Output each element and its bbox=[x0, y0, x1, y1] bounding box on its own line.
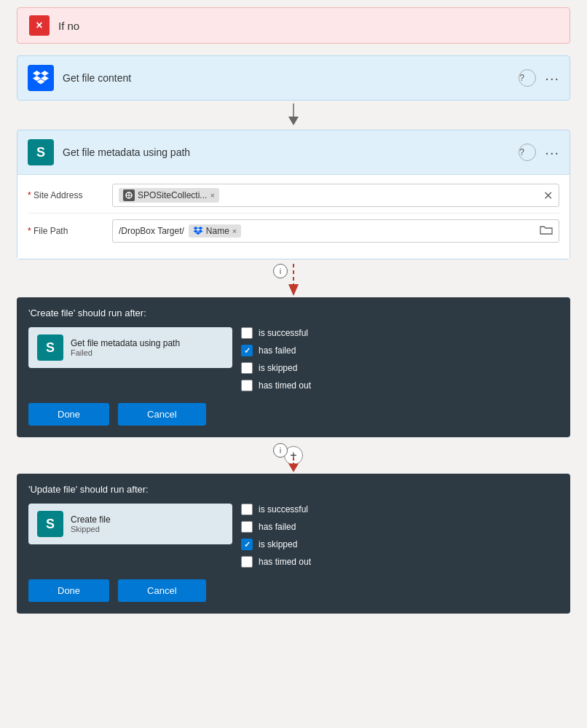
step-status-1: Failed bbox=[71, 348, 224, 357]
card-actions: ? ··· bbox=[519, 69, 559, 87]
get-file-content-card: Get file content ? ··· bbox=[17, 55, 570, 101]
more-options-button-2[interactable]: ··· bbox=[545, 144, 559, 161]
dashed-arrow-1: i bbox=[17, 259, 570, 297]
step-name-2: Create file bbox=[71, 514, 224, 525]
run-after-title-1: 'Create file' should run after: bbox=[28, 308, 559, 318]
info-badge-2: i bbox=[273, 443, 288, 458]
run-after-panel-2: 'Update file' should run after: S Create… bbox=[17, 474, 570, 614]
checkbox-successful-1[interactable] bbox=[241, 327, 253, 339]
run-after-buttons-2: Done Cancel bbox=[28, 579, 559, 602]
run-after-content-1: S Get file metadata using path Failed is… bbox=[28, 327, 559, 391]
get-file-content-title: Get file content bbox=[63, 72, 510, 84]
run-after-panel-1: 'Create file' should run after: S Get fi… bbox=[17, 297, 570, 437]
file-path-tag-close[interactable]: × bbox=[232, 227, 237, 235]
svg-marker-0 bbox=[33, 71, 41, 76]
close-button[interactable]: × bbox=[29, 15, 50, 36]
file-path-row: File Path /DropBox Target/ Name bbox=[28, 214, 559, 248]
site-address-label: Site Address bbox=[28, 190, 101, 200]
option-label-failed-2: has failed bbox=[259, 522, 296, 532]
step-status-2: Skipped bbox=[71, 525, 224, 533]
site-address-row: Site Address SPOSiteCollecti... × ✕ bbox=[28, 178, 559, 214]
site-address-clear[interactable]: ✕ bbox=[543, 189, 553, 203]
step-info-1: Get file metadata using path Failed bbox=[71, 338, 224, 357]
help-button[interactable]: ? bbox=[519, 69, 536, 87]
svg-marker-11 bbox=[198, 227, 203, 230]
option-label-failed-1: has failed bbox=[259, 345, 296, 356]
svg-marker-6 bbox=[288, 117, 299, 125]
checkbox-timedout-1[interactable] bbox=[241, 380, 253, 391]
option-row-skipped-2: is skipped bbox=[241, 539, 559, 550]
option-label-timedout-1: has timed out bbox=[259, 380, 311, 391]
step-info-2: Create file Skipped bbox=[71, 514, 224, 533]
checkbox-failed-2[interactable] bbox=[241, 521, 253, 533]
cancel-button-2[interactable]: Cancel bbox=[118, 579, 205, 602]
site-address-input[interactable]: SPOSiteCollecti... × ✕ bbox=[112, 184, 559, 207]
checkbox-timedout-2[interactable] bbox=[241, 556, 253, 568]
checkbox-skipped-2[interactable] bbox=[241, 539, 253, 550]
file-path-input[interactable]: /DropBox Target/ Name × bbox=[112, 219, 559, 243]
site-address-tag: SPOSiteCollecti... × bbox=[119, 188, 219, 203]
option-label-timedout-2: has timed out bbox=[259, 557, 311, 567]
checkbox-successful-2[interactable] bbox=[241, 504, 253, 515]
run-after-options-2: is successful has failed is skipped has … bbox=[241, 504, 559, 568]
option-row-successful-1: is successful bbox=[241, 327, 559, 339]
svg-marker-1 bbox=[41, 71, 49, 76]
if-no-header: × If no bbox=[17, 7, 570, 44]
dropbox-icon bbox=[28, 65, 54, 91]
step-name-1: Get file metadata using path bbox=[71, 338, 224, 348]
option-row-failed-2: has failed bbox=[241, 521, 559, 533]
option-row-failed-1: has failed bbox=[241, 345, 559, 356]
site-address-tag-close[interactable]: × bbox=[210, 191, 214, 200]
file-path-tag: Name × bbox=[189, 224, 241, 238]
option-label-successful-1: is successful bbox=[259, 328, 308, 338]
sharepoint-icon: S bbox=[28, 139, 54, 165]
get-file-metadata-card: S Get file metadata using path ? ··· Sit… bbox=[17, 130, 570, 259]
svg-marker-10 bbox=[193, 227, 198, 230]
run-after-options-1: is successful has failed is skipped has … bbox=[241, 327, 559, 391]
run-after-step-1: S Get file metadata using path Failed bbox=[28, 327, 232, 368]
help-button-2[interactable]: ? bbox=[519, 144, 536, 161]
get-file-metadata-title: Get file metadata using path bbox=[63, 146, 510, 158]
file-path-label: File Path bbox=[28, 226, 101, 236]
arrow-down-1 bbox=[17, 101, 570, 130]
svg-marker-18 bbox=[288, 463, 299, 472]
info-badge-1: i bbox=[273, 264, 288, 278]
cancel-button-1[interactable]: Cancel bbox=[118, 403, 205, 426]
run-after-buttons-1: Done Cancel bbox=[28, 403, 559, 426]
option-label-successful-2: is successful bbox=[259, 504, 308, 514]
if-no-title: If no bbox=[58, 20, 79, 32]
more-options-button[interactable]: ··· bbox=[545, 70, 559, 87]
card-fields: Site Address SPOSiteCollecti... × ✕ File… bbox=[17, 174, 570, 259]
folder-icon[interactable] bbox=[540, 225, 553, 238]
option-row-skipped-1: is skipped bbox=[241, 362, 559, 374]
file-path-prefix: /DropBox Target/ bbox=[119, 226, 184, 236]
checkbox-skipped-1[interactable] bbox=[241, 362, 253, 374]
option-label-skipped-2: is skipped bbox=[259, 539, 297, 549]
done-button-2[interactable]: Done bbox=[28, 579, 109, 602]
option-row-timedout-1: has timed out bbox=[241, 380, 559, 391]
option-label-skipped-1: is skipped bbox=[259, 363, 297, 373]
done-button-1[interactable]: Done bbox=[28, 403, 109, 426]
step-icon-2: S bbox=[37, 511, 63, 537]
connector-row: i + bbox=[17, 437, 570, 474]
option-row-successful-2: is successful bbox=[241, 504, 559, 515]
checkbox-failed-1[interactable] bbox=[241, 345, 253, 356]
run-after-step-2: S Create file Skipped bbox=[28, 504, 232, 544]
option-row-timedout-2: has timed out bbox=[241, 556, 559, 568]
step-icon-1: S bbox=[37, 334, 63, 361]
run-after-title-2: 'Update file' should run after: bbox=[28, 484, 559, 495]
run-after-content-2: S Create file Skipped is successful has … bbox=[28, 504, 559, 568]
svg-marker-16 bbox=[288, 284, 299, 296]
